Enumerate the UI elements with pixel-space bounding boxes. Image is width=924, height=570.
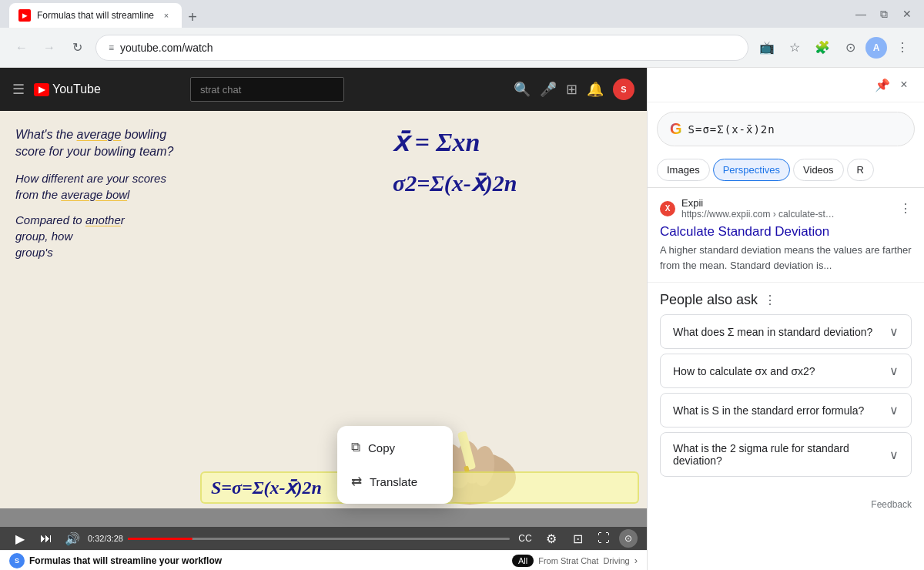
- panel-header: 📌 ×: [648, 68, 924, 102]
- google-panel: 📌 × G S=σ=Σ(x-x̄)2n Images Perspectives …: [647, 68, 924, 570]
- screenshot-button[interactable]: ⊙: [838, 35, 862, 60]
- window-controls-right: — ⧉ ✕: [850, 3, 918, 25]
- paa-chevron-3: ∨: [889, 403, 899, 417]
- minimize-button[interactable]: —: [850, 3, 872, 25]
- cast-button[interactable]: 📺: [755, 35, 779, 60]
- miniplayer-button[interactable]: ⊡: [567, 528, 588, 549]
- result-domain: Expii: [681, 197, 835, 209]
- google-g-logo: G: [670, 120, 682, 138]
- paa-item-1: What does Σ mean in standard deviation? …: [660, 314, 912, 349]
- youtube-menu-icon[interactable]: ☰: [12, 81, 25, 98]
- result-source: X Expii https://www.expii.com › calculat…: [660, 197, 912, 220]
- bookmark-button[interactable]: ☆: [782, 35, 807, 60]
- panel-close-button[interactable]: ×: [893, 74, 915, 96]
- youtube-cast-icon[interactable]: ⊞: [566, 81, 578, 98]
- result-url: https://www.expii.com › calculate-standa…: [681, 209, 835, 220]
- video-container: ☰ ▶ YouTube strat chat 🔍 🎤 ⊞ 🔔 S: [0, 68, 647, 570]
- video-title-area: S Formulas that will streamline your wor…: [9, 553, 504, 568]
- google-search-box[interactable]: G S=σ=Σ(x-x̄)2n: [657, 112, 915, 146]
- tab-bar: ▶ Formulas that will streamline × +: [9, 0, 847, 28]
- tab-images[interactable]: Images: [657, 159, 710, 181]
- paa-question-2[interactable]: How to calculate σx and σx2? ∨: [661, 354, 911, 387]
- paa-question-4[interactable]: What is the 2 sigma rule for standard de…: [661, 433, 911, 476]
- paa-item-4: What is the 2 sigma rule for standard de…: [660, 432, 912, 477]
- skip-button[interactable]: ⏭: [35, 528, 57, 549]
- active-tab[interactable]: ▶ Formulas that will streamline ×: [9, 3, 182, 28]
- feedback-bar: Feedback: [648, 491, 924, 517]
- question2-underline: average bow: [61, 188, 127, 201]
- play-button[interactable]: ▶: [9, 528, 31, 549]
- tab-perspectives[interactable]: Perspectives: [713, 159, 790, 181]
- tag-arrow[interactable]: ›: [634, 555, 638, 566]
- people-also-ask: People also ask ⋮ What does Σ mean in st…: [648, 283, 924, 491]
- tab-title: Formulas that will streamline: [37, 10, 154, 21]
- youtube-search-placeholder: strat chat: [200, 84, 241, 96]
- question3-underline: anothe: [85, 213, 121, 226]
- chrome-menu-button[interactable]: ⋮: [890, 35, 915, 60]
- context-menu-translate[interactable]: ⇄ Translate: [337, 464, 453, 499]
- tag-all[interactable]: All: [512, 555, 534, 567]
- copy-icon: ⧉: [351, 440, 360, 455]
- profile-avatar[interactable]: A: [865, 37, 887, 59]
- tab-more[interactable]: R: [847, 159, 874, 181]
- paa-chevron-4: ∨: [889, 448, 899, 462]
- refresh-button[interactable]: ↻: [65, 35, 89, 60]
- youtube-search-bar[interactable]: strat chat: [190, 77, 344, 102]
- panel-pin-button[interactable]: 📌: [872, 74, 893, 96]
- youtube-actions: 🔍 🎤 ⊞ 🔔 S: [514, 79, 634, 100]
- settings-video-button[interactable]: ⚙: [541, 528, 562, 549]
- progress-bar[interactable]: [128, 538, 510, 540]
- screenshot-video-button[interactable]: ⊙: [619, 529, 638, 548]
- youtube-search-icon[interactable]: 🔍: [514, 81, 531, 98]
- translate-icon: ⇄: [351, 474, 362, 490]
- close-button[interactable]: ✕: [896, 3, 918, 25]
- maximize-button[interactable]: ⧉: [873, 3, 895, 25]
- result-domain-group: Expii https://www.expii.com › calculate-…: [681, 197, 835, 220]
- captions-button[interactable]: CC: [514, 528, 536, 549]
- extensions-button[interactable]: 🧩: [810, 35, 835, 60]
- paa-more-button[interactable]: ⋮: [764, 293, 776, 307]
- youtube-logo-icon: ▶: [34, 83, 49, 96]
- url-text: youtube.com/watch: [120, 42, 735, 54]
- time-display: 0:32/3:28: [88, 534, 123, 543]
- paa-chevron-1: ∨: [889, 324, 899, 339]
- time-total: 3:28: [106, 534, 122, 543]
- url-bar[interactable]: ≡ youtube.com/watch: [95, 35, 748, 61]
- formula-highlight-text: S=σ=Σ(x-x̄)2n: [211, 477, 322, 498]
- paa-question-3[interactable]: What is S in the standard error formula?…: [661, 394, 911, 427]
- video-panel: ☰ ▶ YouTube strat chat 🔍 🎤 ⊞ 🔔 S: [0, 68, 647, 570]
- tab-close-button[interactable]: ×: [160, 9, 172, 22]
- question1: What's the average bowlingscore for your…: [15, 126, 370, 161]
- context-menu-copy[interactable]: ⧉ Copy: [337, 431, 453, 464]
- youtube-notifications-icon[interactable]: 🔔: [587, 81, 604, 98]
- video-text-left: What's the average bowlingscore for your…: [0, 111, 385, 508]
- youtube-avatar[interactable]: S: [613, 79, 634, 100]
- feedback-button[interactable]: Feedback: [871, 499, 912, 510]
- fullscreen-button[interactable]: ⛶: [593, 528, 614, 549]
- tab-favicon: ▶: [18, 9, 31, 22]
- address-bar: ← → ↻ ≡ youtube.com/watch 📺 ☆ 🧩 ⊙ A ⋮: [0, 28, 924, 68]
- context-menu: ⧉ Copy ⇄ Translate: [337, 426, 453, 504]
- forward-button[interactable]: →: [37, 35, 62, 60]
- question2: How different are your scoresfrom the av…: [15, 170, 370, 203]
- youtube-mic-icon[interactable]: 🎤: [540, 81, 557, 98]
- youtube-logo[interactable]: ▶ YouTube: [34, 82, 101, 96]
- formula2: σ2=Σ(x-x̄)2n: [393, 169, 639, 196]
- result-snippet: A higher standard deviation means the va…: [660, 243, 912, 273]
- back-button[interactable]: ←: [9, 35, 34, 60]
- new-tab-button[interactable]: +: [182, 6, 203, 28]
- tab-videos[interactable]: Videos: [793, 159, 844, 181]
- tag-from-strat-chat[interactable]: From Strat Chat: [538, 556, 598, 565]
- result-title[interactable]: Calculate Standard Deviation: [660, 224, 912, 240]
- paa-item-3: What is S in the standard error formula?…: [660, 393, 912, 428]
- paa-chevron-2: ∨: [889, 364, 899, 378]
- video-controls: ▶ ⏭ 🔊 0:32/3:28 CC ⚙ ⊡ ⛶ ⊙: [0, 527, 647, 550]
- paa-question-1[interactable]: What does Σ mean in standard deviation? …: [661, 315, 911, 348]
- tag-driving[interactable]: Driving: [603, 556, 629, 565]
- question1-underline: average: [77, 128, 122, 141]
- google-query-text: S=σ=Σ(x-x̄)2n: [688, 123, 775, 136]
- filter-tabs: Images Perspectives Videos R: [648, 156, 924, 188]
- video-info-bar: S Formulas that will streamline your wor…: [0, 550, 647, 570]
- volume-button[interactable]: 🔊: [62, 528, 83, 549]
- result-more-button[interactable]: ⋮: [899, 201, 912, 216]
